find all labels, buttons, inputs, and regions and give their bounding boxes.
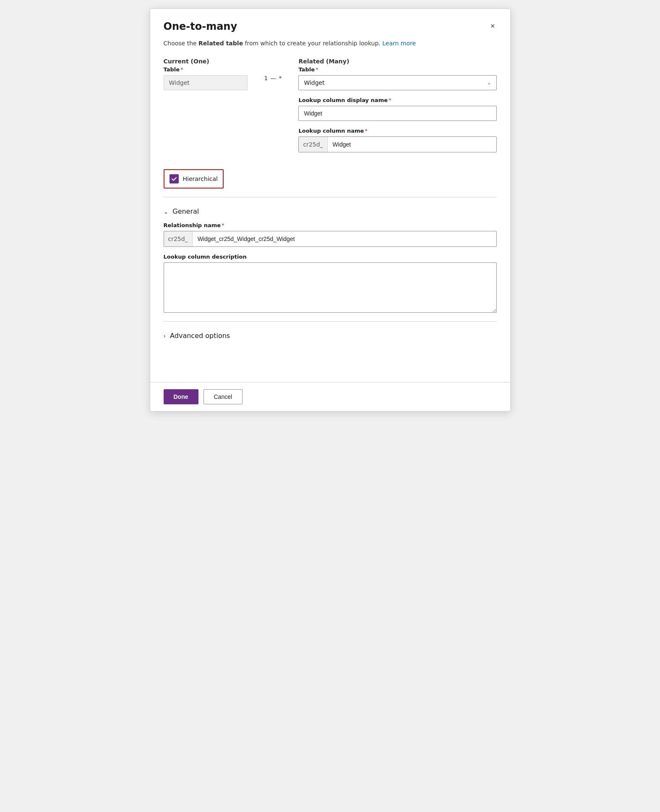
relationship-name-field: Relationship name * cr25d_	[164, 222, 497, 247]
lookup-name-prefix: cr25d_	[299, 137, 327, 152]
advanced-section: › Advanced options	[164, 328, 497, 343]
description-bold: Related table	[198, 40, 243, 47]
advanced-collapsible-header[interactable]: › Advanced options	[164, 328, 497, 343]
related-heading: Related (Many)	[298, 58, 496, 65]
related-table-field: Table * Widget ⌄	[298, 66, 496, 90]
related-table-label: Table *	[298, 66, 496, 73]
current-table-label: Table *	[164, 66, 248, 73]
divider-1	[164, 197, 497, 197]
general-heading: General	[172, 207, 199, 215]
one-to-many-dialog: One-to-many × Choose the Related table f…	[150, 8, 511, 411]
current-heading: Current (One)	[164, 58, 248, 65]
advanced-heading: Advanced options	[170, 332, 230, 340]
lookup-name-input[interactable]	[328, 137, 496, 152]
general-chevron-icon: ⌄	[164, 208, 169, 215]
lookup-display-required: *	[389, 97, 391, 103]
learn-more-link[interactable]: Learn more	[382, 40, 416, 47]
hierarchical-checkbox[interactable]	[170, 174, 179, 183]
lookup-name-required: *	[365, 128, 368, 134]
dialog-title: One-to-many	[164, 21, 237, 32]
dialog-footer: Done Cancel	[150, 382, 510, 411]
description-field: Lookup column description	[164, 254, 497, 314]
cancel-button[interactable]: Cancel	[203, 389, 243, 404]
current-table-field: Table * Widget	[164, 66, 248, 90]
lookup-name-input-wrapper: cr25d_	[298, 136, 496, 152]
general-collapsible-header[interactable]: ⌄ General	[164, 204, 497, 219]
dialog-description: Choose the Related table from which to c…	[150, 32, 510, 48]
relationship-name-required: *	[222, 222, 224, 228]
hierarchical-section: Hierarchical	[164, 169, 224, 189]
connector-section: 1 — *	[264, 58, 282, 81]
general-section: ⌄ General Relationship name * cr25d_ Loo…	[164, 204, 497, 314]
related-table-required: *	[316, 66, 318, 73]
chevron-down-icon: ⌄	[487, 80, 491, 86]
related-table-select[interactable]: Widget ⌄	[298, 75, 496, 90]
close-button[interactable]: ×	[489, 21, 497, 31]
lookup-name-field: Lookup column name * cr25d_	[298, 128, 496, 152]
connector-many: *	[279, 75, 282, 81]
advanced-chevron-icon: ›	[164, 333, 166, 339]
dialog-header: One-to-many ×	[150, 9, 510, 32]
description-label: Lookup column description	[164, 254, 497, 260]
current-column: Current (One) Table * Widget	[164, 58, 248, 97]
table-columns-section: Current (One) Table * Widget 1 — *	[164, 58, 497, 159]
lookup-display-field: Lookup column display name *	[298, 97, 496, 121]
lookup-display-label: Lookup column display name *	[298, 97, 496, 103]
relationship-name-prefix: cr25d_	[164, 231, 193, 246]
relationship-name-label: Relationship name *	[164, 222, 497, 228]
description-text-1: Choose the	[164, 40, 199, 47]
connector-line: 1 — *	[264, 75, 282, 81]
current-table-required: *	[180, 66, 183, 73]
connector-dash: —	[270, 75, 276, 81]
connector-one: 1	[264, 75, 268, 81]
relationship-name-wrapper: cr25d_	[164, 231, 497, 247]
lookup-name-label: Lookup column name *	[298, 128, 496, 134]
relationship-name-input[interactable]	[193, 231, 496, 246]
related-column: Related (Many) Table * Widget ⌄ Lookup	[298, 58, 496, 159]
dialog-body: Current (One) Table * Widget 1 — *	[150, 48, 510, 382]
lookup-display-input[interactable]	[298, 106, 496, 121]
description-textarea[interactable]	[164, 262, 497, 313]
divider-2	[164, 321, 497, 322]
related-table-select-value: Widget	[304, 79, 324, 86]
hierarchical-label: Hierarchical	[183, 175, 218, 182]
description-text-2: from which to create your relationship l…	[243, 40, 382, 47]
done-button[interactable]: Done	[164, 389, 198, 404]
current-table-value: Widget	[164, 75, 248, 90]
